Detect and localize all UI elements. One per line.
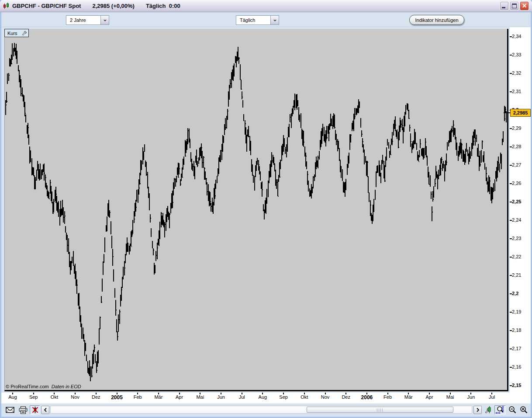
- y-axis-label: 2,19: [512, 309, 530, 315]
- chart-scrollbar-thumb[interactable]: [307, 407, 453, 413]
- price-axis[interactable]: [510, 27, 531, 393]
- y-axis-label: 2,22: [512, 254, 530, 260]
- data-note: Daten in EOD: [52, 384, 81, 389]
- x-axis-label: Apr: [420, 394, 439, 400]
- x-axis-label: Sep: [274, 394, 293, 400]
- x-axis-label: Nov: [66, 394, 85, 400]
- add-indicator-button[interactable]: Indikator hinzufügen: [409, 15, 464, 25]
- close-button[interactable]: ✕: [520, 1, 529, 10]
- y-axis-label: 2,2: [512, 291, 530, 296]
- crosshair-off-button[interactable]: [30, 405, 40, 415]
- timeframe-select[interactable]: Täglich: [236, 15, 279, 25]
- y-axis-label: 2,15: [512, 383, 530, 388]
- maximize-icon: [512, 3, 517, 8]
- y-axis-label: 2,21: [512, 272, 530, 278]
- chart-settings-button[interactable]: [483, 405, 494, 415]
- chart-settings-icon: [484, 406, 493, 414]
- x-axis-label: Sep: [24, 394, 43, 400]
- last-price-pointer: [504, 112, 510, 113]
- maximize-button[interactable]: [510, 1, 519, 10]
- y-axis-label: 2,25: [512, 199, 530, 205]
- x-axis-label: Jul: [232, 394, 252, 400]
- scroll-right-button[interactable]: [473, 406, 482, 414]
- chevron-down-icon[interactable]: [100, 16, 109, 24]
- print-icon: [19, 406, 28, 414]
- crosshair-off-icon: [31, 406, 39, 414]
- x-axis-label: Okt: [45, 394, 64, 400]
- x-axis-label: Mär: [149, 394, 168, 400]
- y-axis-label: 2,31: [512, 89, 530, 94]
- x-axis-label: Mai: [441, 394, 460, 400]
- wrench-icon[interactable]: [21, 31, 27, 36]
- zoom-fit-button[interactable]: [494, 405, 506, 415]
- x-axis-label: Jun: [461, 394, 480, 400]
- x-axis-label: Apr: [170, 394, 189, 400]
- x-axis-label: Mai: [190, 394, 210, 400]
- copyright-text: © ProRealTime.com: [6, 384, 49, 389]
- y-axis-label: 2,29: [512, 125, 530, 131]
- title-price: 2,2985 (+0,00%): [92, 3, 134, 9]
- x-axis-label: Dez: [86, 394, 106, 400]
- arrow-left-icon: [43, 408, 48, 412]
- zoom-in-icon: [519, 406, 528, 414]
- x-axis-label: Mär: [399, 394, 418, 400]
- y-axis-label: 2,24: [512, 217, 530, 223]
- x-axis-label: Jul: [482, 394, 501, 400]
- x-axis-label: Aug: [253, 394, 272, 400]
- chevron-down-icon[interactable]: [270, 16, 279, 24]
- last-price-badge: 2,2985: [510, 109, 531, 117]
- arrow-right-icon: [476, 408, 480, 412]
- y-axis-label: 2,28: [512, 144, 530, 150]
- x-axis-label: Nov: [316, 394, 335, 400]
- titlebar[interactable]: GBPCHF - GBP/CHF Spot 2,2985 (+0,00%) Tä…: [0, 0, 532, 12]
- zoom-out-icon: [508, 406, 517, 414]
- y-axis-label: 2,33: [512, 52, 530, 58]
- top-toolbar: 2 Jahre Täglich Indikator hinzufügen: [1, 12, 531, 27]
- chart-icon: [3, 2, 10, 10]
- period-select[interactable]: 2 Jahre: [66, 15, 109, 25]
- y-axis-label: 2,16: [512, 364, 530, 370]
- zoom-fit-icon: [495, 406, 505, 414]
- x-axis-label: Dez: [336, 394, 356, 400]
- y-axis-label: 2,26: [512, 181, 530, 186]
- chart-region: AugSepOktNovDez2005FebMärAprMaiJunJulAug…: [1, 27, 531, 403]
- x-axis-label: Feb: [378, 394, 397, 400]
- x-axis-label: 2005: [107, 394, 127, 401]
- period-select-value: 2 Jahre: [66, 17, 100, 23]
- y-axis-label: 2,18: [512, 327, 530, 333]
- scroll-left-button[interactable]: [41, 406, 49, 414]
- title-timeframe: Täglich 0:00: [146, 3, 180, 9]
- copyright: © ProRealTime.comDaten in EOD: [6, 384, 81, 389]
- minimize-button[interactable]: [500, 1, 509, 10]
- minimize-icon: [502, 7, 505, 8]
- y-axis-label: 2,27: [512, 162, 530, 168]
- pane-label-text: Kurs: [7, 31, 17, 36]
- y-axis-label: 2,23: [512, 236, 530, 241]
- chart-scrollbar[interactable]: [50, 406, 472, 414]
- email-icon: [6, 407, 14, 413]
- app-window: GBPCHF - GBP/CHF Spot 2,2985 (+0,00%) Tä…: [0, 0, 532, 418]
- scrollbar-grip: [377, 408, 383, 412]
- bottom-toolbar: [1, 403, 531, 416]
- timeframe-select-value: Täglich: [236, 17, 270, 23]
- y-axis-label: 2,34: [512, 34, 530, 39]
- x-axis-label: Jun: [211, 394, 231, 400]
- x-axis-label: Aug: [3, 394, 22, 400]
- price-bars-canvas[interactable]: [5, 29, 507, 390]
- x-axis-label: Feb: [128, 394, 147, 400]
- chart-plot-area[interactable]: [4, 29, 508, 391]
- close-icon: ✕: [520, 2, 529, 10]
- x-axis-label: 2006: [357, 394, 377, 401]
- x-axis-label: Okt: [295, 394, 314, 400]
- y-axis-label: 2,17: [512, 346, 530, 352]
- time-axis[interactable]: AugSepOktNovDez2005FebMärAprMaiJunJulAug…: [1, 393, 531, 403]
- print-button[interactable]: [18, 405, 28, 415]
- pane-label[interactable]: Kurs: [4, 29, 29, 37]
- title-symbol: GBPCHF - GBP/CHF Spot: [12, 3, 81, 9]
- zoom-in-button[interactable]: [518, 405, 529, 415]
- y-axis-label: 2,32: [512, 70, 530, 76]
- zoom-out-button[interactable]: [507, 405, 518, 415]
- email-button[interactable]: [5, 405, 15, 415]
